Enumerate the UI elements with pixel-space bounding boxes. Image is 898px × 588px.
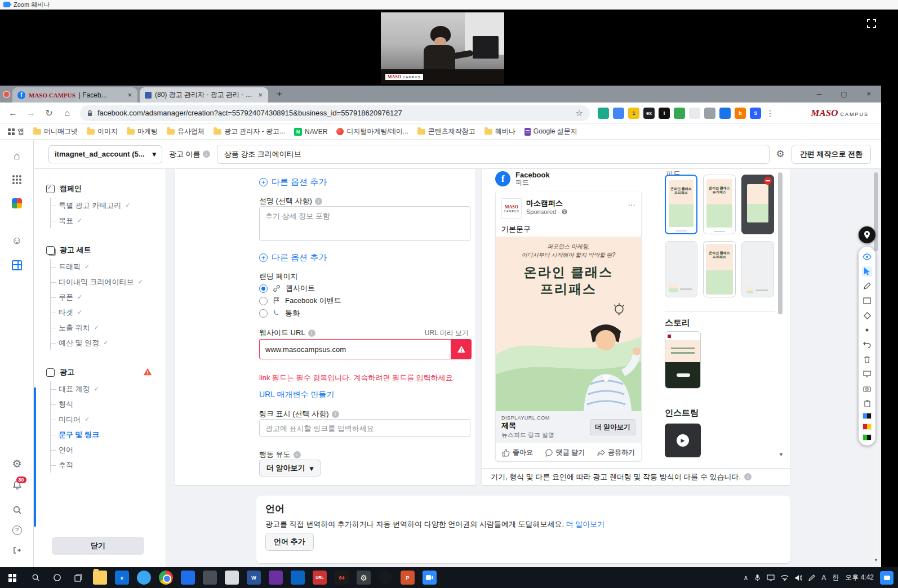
placement-thumbnail[interactable] — [665, 241, 697, 297]
mic-icon[interactable] — [754, 574, 761, 582]
app-icon[interactable] — [225, 571, 239, 585]
bookmark-item[interactable]: 이미지 — [87, 127, 118, 136]
ime-english-indicator[interactable]: A — [821, 574, 826, 582]
search-icon[interactable] — [0, 501, 34, 518]
radio-website[interactable]: 웹사이트 — [259, 283, 315, 293]
stamp-tool-icon[interactable] — [862, 310, 872, 320]
add-option-link[interactable]: + 다른 옵션 추가 — [259, 177, 327, 188]
campaigns-table-icon[interactable] — [0, 257, 34, 274]
home-icon[interactable]: ⌂ — [0, 148, 34, 164]
bookmark-item[interactable]: 머니매그넷 — [33, 127, 78, 136]
edge-icon[interactable] — [137, 571, 151, 585]
app-icon[interactable] — [269, 571, 283, 585]
fullscreen-icon[interactable] — [866, 19, 877, 29]
export-icon[interactable] — [0, 542, 34, 559]
nav-item-offer[interactable]: 쿠폰✓ — [51, 289, 158, 305]
tab-ads-manager[interactable]: (80) 광고 관리자 - 광고 관리 - 광... × — [140, 87, 268, 103]
notifications-bell-icon[interactable]: 80 — [0, 476, 34, 493]
rectangle-tool-icon[interactable] — [862, 296, 872, 306]
add-option-link[interactable]: + 다른 옵션 추가 — [259, 252, 327, 263]
scroll-down-icon[interactable]: ▼ — [779, 452, 784, 457]
help-icon[interactable]: ? — [0, 522, 34, 538]
display-link-input[interactable] — [259, 419, 470, 437]
clipboard-icon[interactable] — [862, 398, 872, 408]
home-button[interactable]: ⌂ — [59, 105, 75, 122]
share-button[interactable]: 공유하기 — [597, 448, 635, 457]
close-window-button[interactable]: × — [856, 86, 881, 103]
url-app-icon[interactable]: URL — [313, 571, 327, 585]
new-tab-button[interactable]: + — [273, 88, 286, 100]
ime-korean-indicator[interactable]: 한 — [832, 573, 839, 582]
cortana-icon[interactable] — [46, 567, 68, 588]
gear-icon[interactable]: ⚙ — [776, 148, 785, 160]
reload-button[interactable]: ↻ — [41, 105, 57, 122]
feed-thumbnail-selected[interactable]: 온라인 클래스프리패스 — [665, 175, 697, 234]
trash-icon[interactable] — [862, 354, 872, 364]
extension-icon[interactable]: b — [735, 108, 746, 119]
instream-thumbnail[interactable]: ▶ — [665, 424, 701, 457]
extension-icon[interactable]: I — [659, 108, 670, 119]
settings-icon[interactable]: ⚙ — [357, 571, 371, 585]
nav-item-placements[interactable]: 노출 위치✓ — [51, 320, 158, 335]
url-parameter-link[interactable]: URL 매개변수 만들기 — [259, 390, 334, 400]
display-icon[interactable] — [767, 574, 775, 581]
extension-icon[interactable] — [613, 108, 624, 119]
learn-more-link[interactable]: 더 알아보기 — [566, 520, 605, 528]
wifi-icon[interactable] — [781, 574, 789, 581]
taskbar-search-icon[interactable] — [25, 567, 46, 588]
nav-item-text-links[interactable]: 문구 및 링크 — [51, 427, 158, 442]
bookmark-star-icon[interactable]: ☆ — [576, 108, 583, 118]
app-icon[interactable] — [203, 571, 217, 585]
tab-maso-campus[interactable]: f MASO CAMPUS | Faceb... × — [12, 87, 137, 103]
nav-item-tracking[interactable]: 추적 — [51, 457, 158, 473]
bookmark-item[interactable]: 디지털마케팅/데이... — [336, 127, 408, 136]
more-options-icon[interactable]: … — [628, 198, 635, 219]
radio-call[interactable]: 통화 — [259, 308, 300, 318]
nav-item-media[interactable]: 미디어✓ — [51, 412, 158, 427]
forward-button[interactable]: → — [23, 105, 39, 122]
description-textarea[interactable] — [259, 206, 470, 241]
powerpoint-icon[interactable]: P — [401, 571, 415, 585]
website-url-input[interactable] — [259, 339, 451, 359]
dot-tool-icon[interactable] — [862, 325, 872, 335]
campaign-section-header[interactable]: 캠페인 — [46, 184, 158, 194]
app-64-icon[interactable]: 64 — [335, 571, 349, 585]
nav-item-traffic[interactable]: 트래픽✓ — [51, 259, 158, 274]
adset-section-header[interactable]: 광고 세트 — [46, 245, 158, 255]
placement-thumbnail[interactable]: 온라인 클래스프리패스 — [703, 241, 736, 297]
url-preview-link[interactable]: URL 미리 보기 — [425, 328, 469, 338]
bookmark-item[interactable]: 광고 관리자 - 광고... — [214, 127, 285, 136]
bookmark-google-forms[interactable]: Google 설문지 — [524, 127, 577, 136]
learn-more-button[interactable]: 더 알아보기 — [590, 419, 635, 435]
word-icon[interactable]: W — [247, 571, 261, 585]
ad-section-header[interactable]: 광고 — [46, 367, 158, 377]
chrome-icon[interactable] — [159, 571, 173, 585]
color-swatch[interactable] — [863, 424, 872, 430]
ie-icon[interactable]: e — [115, 571, 129, 585]
nav-item-audience[interactable]: 타겟✓ — [51, 305, 158, 320]
apps-menu-icon[interactable] — [0, 171, 34, 188]
color-swatch[interactable] — [863, 413, 872, 419]
nav-item-budget-schedule[interactable]: 예산 및 일정✓ — [51, 335, 158, 350]
close-button[interactable]: 닫기 — [52, 537, 144, 555]
extension-icon[interactable] — [598, 108, 609, 119]
nav-item-special-category[interactable]: 특별 광고 카테고리✓ — [51, 198, 158, 213]
maximize-button[interactable]: ▢ — [832, 86, 856, 103]
like-button[interactable]: 좋아요 — [502, 448, 533, 457]
screen-tool-icon[interactable] — [862, 369, 872, 379]
story-thumbnail[interactable] — [665, 331, 701, 389]
tab-close-icon[interactable]: × — [257, 91, 263, 99]
ad-account-selector[interactable]: itmagnet_ad_account (5... ▾ — [48, 145, 162, 163]
cta-dropdown[interactable]: 더 알아보기 ▾ — [259, 460, 321, 476]
bookmark-item[interactable]: 유사업체 — [167, 127, 205, 136]
bookmark-item[interactable]: 웨비나 — [484, 127, 515, 136]
eye-icon[interactable] — [862, 252, 872, 262]
task-view-icon[interactable] — [68, 567, 89, 588]
bookmark-item[interactable]: 콘텐츠제작참고 — [417, 127, 475, 136]
extension-icon[interactable] — [719, 108, 731, 119]
pen-icon[interactable] — [862, 281, 872, 291]
undo-icon[interactable] — [862, 340, 872, 350]
quick-creation-switch-button[interactable]: 간편 제작으로 전환 — [792, 145, 871, 164]
settings-gear-icon[interactable]: ⚙ — [0, 455, 34, 472]
volume-icon[interactable] — [795, 574, 802, 581]
